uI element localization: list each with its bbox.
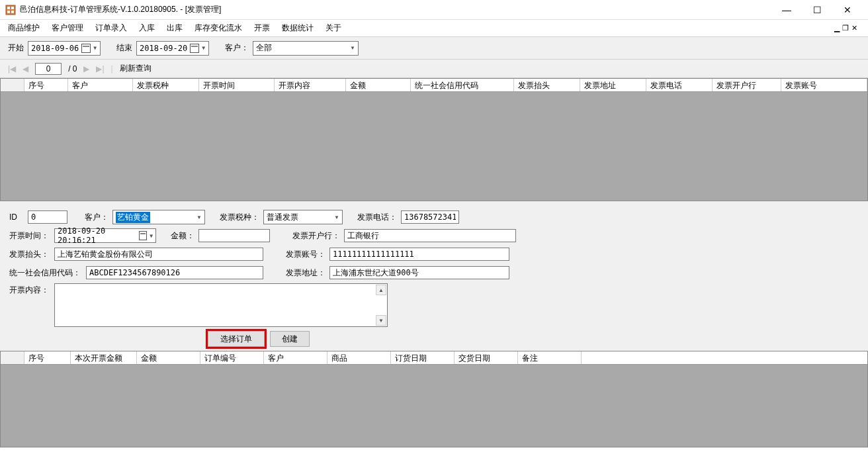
menu-item[interactable]: 出库 xyxy=(167,23,183,34)
mdi-restore-icon[interactable]: ❐ xyxy=(842,24,849,32)
grid-col[interactable]: 发票账号 xyxy=(781,79,867,91)
grid-col[interactable]: 序号 xyxy=(24,79,68,91)
account-field[interactable] xyxy=(329,248,509,261)
menu-item[interactable]: 库存变化流水 xyxy=(195,23,242,34)
customer-filter-combo[interactable]: 全部 ▼ xyxy=(253,41,359,56)
grid-col[interactable]: 序号 xyxy=(24,351,71,364)
title-label: 发票抬头： xyxy=(9,249,50,260)
grid-col[interactable]: 发票开户行 xyxy=(713,79,781,91)
calendar-icon xyxy=(190,44,199,53)
menu-item[interactable]: 数据统计 xyxy=(282,23,314,34)
bank-label: 发票开户行： xyxy=(292,230,340,242)
mdi-minimize-icon[interactable]: ▁ xyxy=(834,24,840,32)
invoice-time-picker[interactable]: 2018-09-20 20:16:21 ▼ xyxy=(54,228,156,243)
last-page-button[interactable]: ▶| xyxy=(96,64,104,73)
chevron-down-icon: ▼ xyxy=(150,233,153,239)
customer-label: 客户： xyxy=(85,212,108,223)
window-title: 邑泊信息科技-订单管理系统-V.1.0.20180905. - [发票管理] xyxy=(20,4,771,15)
mdi-close-icon[interactable]: ✕ xyxy=(851,24,857,32)
id-field[interactable] xyxy=(28,210,67,224)
grid-col[interactable]: 客户 xyxy=(264,351,327,364)
page-input[interactable] xyxy=(35,63,62,75)
minimize-button[interactable]: — xyxy=(771,0,802,20)
grid-col[interactable]: 金额 xyxy=(137,351,200,364)
svg-rect-3 xyxy=(7,11,10,13)
app-icon xyxy=(5,5,16,15)
addr-label: 发票地址： xyxy=(286,267,326,279)
phone-label: 发票电话： xyxy=(357,212,397,223)
order-grid[interactable]: 序号 本次开票金额 金额 订单编号 客户 商品 订货日期 交货日期 备注 xyxy=(0,351,868,447)
grid-col[interactable]: 订单编号 xyxy=(200,351,264,364)
grid-col[interactable]: 开票时间 xyxy=(199,79,275,91)
create-button[interactable]: 创建 xyxy=(270,331,310,347)
grid-col[interactable]: 商品 xyxy=(327,351,391,364)
prev-page-button[interactable]: ◀ xyxy=(22,64,28,73)
taxtype-label: 发票税种： xyxy=(220,212,259,223)
select-order-button[interactable]: 选择订单 xyxy=(208,331,265,347)
phone-field[interactable] xyxy=(401,210,459,224)
amount-field[interactable] xyxy=(198,229,270,242)
first-page-button[interactable]: |◀ xyxy=(8,64,16,73)
customer-combo[interactable]: 艺铂黄金 ▼ xyxy=(112,210,205,224)
invoice-content-textarea[interactable]: ▲ ▼ xyxy=(54,283,388,327)
uscc-label: 统一社会信用代码： xyxy=(9,267,82,279)
menu-item[interactable]: 关于 xyxy=(326,23,341,34)
maximize-button[interactable]: ☐ xyxy=(802,0,832,20)
grid-col[interactable]: 金额 xyxy=(346,79,411,91)
taxtype-combo[interactable]: 普通发票 ▼ xyxy=(263,210,343,224)
refresh-query-button[interactable]: 刷新查询 xyxy=(120,63,152,74)
titlebar: 邑泊信息科技-订单管理系统-V.1.0.20180905. - [发票管理] —… xyxy=(0,0,868,20)
menu-item[interactable]: 入库 xyxy=(139,23,155,34)
grid-col[interactable]: 发票电话 xyxy=(646,79,713,91)
id-label: ID xyxy=(9,212,24,222)
menu-item[interactable]: 商品维护 xyxy=(8,23,40,34)
scroll-up-icon[interactable]: ▲ xyxy=(376,285,386,295)
end-date-picker[interactable]: 2018-09-20 ▼ xyxy=(136,41,209,56)
invoice-title-field[interactable] xyxy=(54,248,263,261)
grid-col[interactable]: 备注 xyxy=(518,351,582,364)
address-field[interactable] xyxy=(329,266,509,279)
row-header-corner xyxy=(1,79,24,91)
grid-col[interactable]: 发票税种 xyxy=(133,79,199,91)
start-label: 开始 xyxy=(8,42,24,54)
scroll-down-icon[interactable]: ▼ xyxy=(376,315,386,326)
start-date-picker[interactable]: 2018-09-06 ▼ xyxy=(28,41,101,56)
pager-toolbar: |◀ ◀ / 0 ▶ ▶| | 刷新查询 xyxy=(0,60,868,78)
chevron-down-icon: ▼ xyxy=(202,45,205,51)
calendar-icon xyxy=(139,231,147,240)
content-label: 开票内容： xyxy=(9,283,50,296)
bank-field[interactable] xyxy=(344,229,516,242)
svg-rect-2 xyxy=(11,7,14,9)
filter-toolbar: 开始 2018-09-06 ▼ 结束 2018-09-20 ▼ 客户： 全部 ▼ xyxy=(0,37,868,60)
grid-col[interactable]: 统一社会信用代码 xyxy=(411,79,514,91)
grid-col[interactable]: 订货日期 xyxy=(391,351,455,364)
invoice-grid[interactable]: 序号 客户 发票税种 开票时间 开票内容 金额 统一社会信用代码 发票抬头 发票… xyxy=(0,78,868,201)
time-label: 开票时间： xyxy=(9,230,50,242)
grid-col[interactable]: 客户 xyxy=(68,79,133,91)
menubar: 商品维护 客户管理 订单录入 入库 出库 库存变化流水 开票 数据统计 关于 ▁… xyxy=(0,20,868,37)
invoice-form: ID 客户： 艺铂黄金 ▼ 发票税种： 普通发票 ▼ 发票电话： 开票时间： 2… xyxy=(0,201,868,351)
grid-col[interactable]: 开票内容 xyxy=(275,79,346,91)
grid-col[interactable]: 发票地址 xyxy=(580,79,646,91)
grid-col[interactable]: 发票抬头 xyxy=(514,79,580,91)
customer-filter-label: 客户： xyxy=(225,42,249,54)
chevron-down-icon: ▼ xyxy=(350,45,355,51)
grid-col[interactable]: 交货日期 xyxy=(455,351,518,364)
amount-label: 金额： xyxy=(171,230,195,242)
chevron-down-icon: ▼ xyxy=(334,214,339,220)
menu-item[interactable]: 客户管理 xyxy=(52,23,83,34)
chevron-down-icon: ▼ xyxy=(93,45,97,51)
page-total: / 0 xyxy=(68,64,77,73)
menu-item[interactable]: 订单录入 xyxy=(95,23,127,34)
row-header-corner xyxy=(1,351,24,364)
close-button[interactable]: ✕ xyxy=(832,0,863,20)
svg-rect-4 xyxy=(11,11,14,13)
uscc-field[interactable] xyxy=(86,266,263,279)
grid-col[interactable]: 本次开票金额 xyxy=(71,351,137,364)
end-label: 结束 xyxy=(116,42,132,54)
next-page-button[interactable]: ▶ xyxy=(83,64,89,73)
account-label: 发票账号： xyxy=(286,249,326,260)
svg-rect-1 xyxy=(7,7,10,9)
menu-item[interactable]: 开票 xyxy=(254,23,270,34)
calendar-icon xyxy=(81,44,91,53)
